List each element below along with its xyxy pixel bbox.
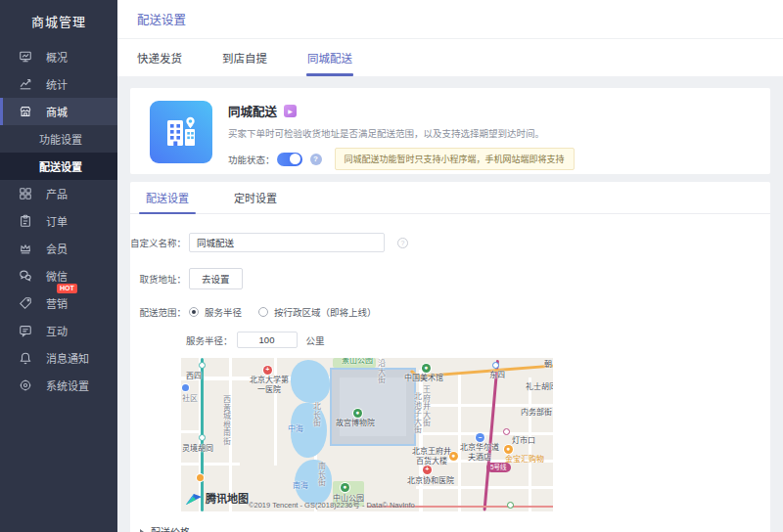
map-label: 东四 <box>489 371 505 380</box>
poi-dot-icon <box>182 384 189 391</box>
sidebar-item-label: 微信 <box>46 268 68 284</box>
dashboard-icon <box>19 50 32 64</box>
sidebar-item-mall[interactable]: 商城 <box>0 98 117 125</box>
top-bar: 配送设置 <box>117 0 783 39</box>
sidebar-item-products[interactable]: 产品 <box>0 180 117 207</box>
sidebar-item-label: 互动 <box>46 323 68 338</box>
service-radius-label: 服务半径： <box>186 333 233 347</box>
grid-icon <box>19 187 32 200</box>
radio-service-radius[interactable]: 服务半径 <box>189 305 242 319</box>
map-label: 内务部街 <box>521 408 552 418</box>
custom-name-input[interactable] <box>189 233 385 252</box>
sidebar-item-statistics[interactable]: 统计 <box>0 70 117 98</box>
sidebar-item-overview[interactable]: 概况 <box>0 43 117 70</box>
sidebar-item-label: 订单 <box>46 213 68 229</box>
feature-info: 同城配送 ▶ 买家下单时可检验收货地址是否满足配送范围，以及支持选择期望到达时间… <box>228 101 575 161</box>
hotel-poi-icon: – <box>476 433 484 442</box>
map-label: 北京协和医院 <box>407 476 454 486</box>
sidebar-item-label: 消息通知 <box>46 350 89 366</box>
subtab-delivery-settings[interactable]: 配送设置 <box>146 182 189 213</box>
clipboard-icon <box>19 214 32 228</box>
metro-station-dengshikou-icon <box>503 428 510 435</box>
crown-icon <box>19 242 32 255</box>
map-label: 朝 <box>544 360 552 370</box>
service-radius-input[interactable] <box>237 332 298 348</box>
map-label: 景山公园 <box>342 358 373 366</box>
feature-title: 同城配送 <box>228 102 277 120</box>
bell-icon <box>19 351 32 365</box>
page-title: 配送设置 <box>137 10 186 28</box>
map-label: 社区 <box>182 394 198 404</box>
metro-station-lingjing-icon <box>199 434 206 441</box>
park-poi-icon: ● <box>341 483 349 492</box>
wechat-icon <box>19 269 32 283</box>
poi-dot-icon <box>197 474 204 481</box>
sidebar-item-delivery-settings[interactable]: 配送设置 <box>0 153 117 180</box>
tab-express-delivery[interactable]: 快递发货 <box>137 39 182 76</box>
map-label: 中海 <box>288 424 303 434</box>
sidebar-item-orders[interactable]: 订单 <box>0 207 117 235</box>
sidebar: 商城管理 概况 统计 商城 功能设置 配送设置 产品 订单 会员 <box>0 0 117 532</box>
help-icon[interactable]: ? <box>310 154 322 165</box>
sidebar-item-function-settings[interactable]: 功能设置 <box>0 125 117 153</box>
tag-icon <box>19 296 32 310</box>
name-help-icon[interactable]: ? <box>397 238 408 248</box>
main-area: 配送设置 快递发货 到店自提 同城配送 <box>117 0 783 532</box>
shopping-poi-icon: ● <box>504 445 513 454</box>
sidebar-item-interaction[interactable]: 互动 <box>0 317 117 344</box>
metro-station-xisi-icon <box>199 362 206 369</box>
sidebar-item-marketing[interactable]: 营销 HOT <box>0 289 117 317</box>
road <box>274 358 277 466</box>
map-label: 金宝汇购物 <box>505 455 544 465</box>
hospital-poi-icon: + <box>423 466 432 474</box>
map-label: 西四 <box>186 372 202 381</box>
sidebar-item-label: 统计 <box>46 76 68 92</box>
radio-dot-selected <box>189 307 199 317</box>
map-canvas[interactable]: + ● ● + ● – ● ● 景山公园 西四 社区 北 <box>181 358 553 511</box>
feature-toggle[interactable] <box>277 153 302 166</box>
set-pickup-address-button[interactable]: 去设置 <box>189 268 243 289</box>
road <box>458 372 461 511</box>
feature-card: 同城配送 ▶ 买家下单时可检验收货地址是否满足配送范围，以及支持选择期望到达时间… <box>130 88 770 174</box>
page-body: 同城配送 ▶ 买家下单时可检验收货地址是否满足配送范围，以及支持选择期望到达时间… <box>117 76 783 532</box>
map-label: 北京华尔道夫酒店 <box>460 443 499 462</box>
gear-icon <box>19 378 32 392</box>
map-label: 南长街 <box>316 462 326 487</box>
sidebar-item-label: 概况 <box>46 49 68 65</box>
subtab-schedule-settings[interactable]: 定时设置 <box>234 182 277 213</box>
sidebar-item-members[interactable]: 会员 <box>0 235 117 262</box>
radio-administrative-region[interactable]: 按行政区域（即将上线） <box>258 305 377 319</box>
sidebar-item-label: 商城 <box>46 104 68 119</box>
tab-store-pickup[interactable]: 到店自提 <box>222 39 267 76</box>
sidebar-item-label: 系统设置 <box>46 377 89 393</box>
tab-local-delivery[interactable]: 同城配送 <box>307 39 352 76</box>
city-delivery-icon <box>150 101 212 163</box>
metro-station-icon <box>507 502 514 509</box>
delivery-price-label: 配送价格 <box>151 524 190 532</box>
delivery-price-collapse[interactable]: 配送价格 <box>140 524 770 532</box>
status-label: 功能状态： <box>228 153 275 166</box>
map-label: 南海 <box>293 481 308 491</box>
map-label: 灯市口 <box>512 436 535 446</box>
sidebar-item-label: 产品 <box>46 186 68 201</box>
app-title: 商城管理 <box>0 0 117 43</box>
map-label: 沿大街 <box>376 359 386 384</box>
sidebar-item-notifications[interactable]: 消息通知 <box>0 344 117 372</box>
line5-badge: 5号线 <box>486 463 511 472</box>
notice-banner: 同城配送功能暂时只支持小程序端，手机网站端即将支持 <box>335 148 575 170</box>
map-label: 王府井大街 <box>421 385 431 427</box>
pickup-address-label: 取货地址： <box>130 272 186 286</box>
road <box>181 463 240 466</box>
custom-name-label: 自定义名称： <box>130 236 186 249</box>
store-icon <box>19 105 32 118</box>
road <box>419 432 553 435</box>
sidebar-item-system-settings[interactable]: 系统设置 <box>0 372 117 399</box>
video-tutorial-badge-icon[interactable]: ▶ <box>284 105 297 117</box>
map-label: 礼士胡同 <box>526 382 553 392</box>
app-window: 商城管理 概况 统计 商城 功能设置 配送设置 产品 订单 会员 <box>0 0 783 532</box>
delivery-tabs: 快递发货 到店自提 同城配送 <box>117 39 783 76</box>
radio-dot <box>258 307 268 317</box>
radius-unit: 公里 <box>306 333 325 347</box>
map-attribution: ©2019 Tencent - GS(2018)2236号 - Data© Na… <box>249 499 415 510</box>
settings-card: 配送设置 定时设置 自定义名称： ? 取货地址： 去设置 配送范围： <box>130 182 770 532</box>
